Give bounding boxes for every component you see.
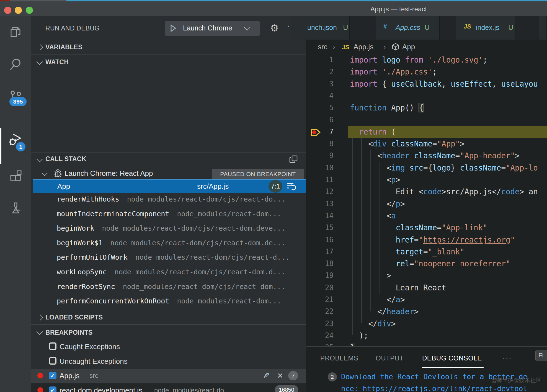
editor-tab-App.css[interactable]: #App.cssU xyxy=(376,16,440,40)
edit-breakpoint-icon[interactable]: ✎ xyxy=(263,371,270,380)
tab-output[interactable]: OUTPUT xyxy=(376,354,404,362)
section-loaded-scripts[interactable]: LOADED SCRIPTS xyxy=(31,310,306,324)
code-line-13[interactable]: 13 </p> xyxy=(306,198,547,210)
breakpoint-checkbox[interactable]: ✓ xyxy=(49,372,56,379)
stack-frame-row[interactable]: performConcurrentWorkOnRootnode_modules/… xyxy=(57,297,306,311)
section-watch[interactable]: WATCH xyxy=(31,55,306,69)
caught-exceptions-row[interactable]: Caught Exceptions xyxy=(31,340,306,355)
line-number[interactable]: 5 xyxy=(306,102,334,114)
code-line-19[interactable]: 19 > xyxy=(306,270,547,282)
close-traffic-light[interactable] xyxy=(4,7,11,14)
code-editor[interactable]: 1import logo from './logo.svg';2import '… xyxy=(306,54,547,346)
explorer-icon[interactable] xyxy=(9,25,23,39)
code-line-23[interactable]: 23 </div> xyxy=(306,318,547,330)
line-number[interactable]: 23 xyxy=(306,318,334,330)
line-number[interactable]: 22 xyxy=(306,306,334,318)
stack-frame-row[interactable]: renderRootSyncnode_modules/react-dom/cjs… xyxy=(57,283,306,297)
restart-frame-icon[interactable] xyxy=(286,182,297,191)
code-line-20[interactable]: 20 Learn React xyxy=(306,282,547,294)
code-line-2[interactable]: 2import './App.css'; xyxy=(306,66,547,78)
zoom-traffic-light[interactable] xyxy=(26,7,33,14)
stack-frame-row[interactable]: mountIndeterminateComponentnode_modules/… xyxy=(57,210,306,224)
line-number[interactable]: 11 xyxy=(306,174,334,186)
stack-frame-selected[interactable]: App src/App.js 7:1 xyxy=(33,179,306,193)
code-line-6[interactable]: 6 xyxy=(306,114,547,126)
gear-icon[interactable]: ⚙ xyxy=(270,22,278,33)
uncaught-exceptions-checkbox[interactable] xyxy=(49,357,56,365)
line-number[interactable]: 18 xyxy=(306,258,334,270)
line-number[interactable]: 2 xyxy=(306,66,334,78)
uncaught-exceptions-row[interactable]: Uncaught Exceptions xyxy=(31,355,306,369)
chevron-down-icon[interactable] xyxy=(244,24,251,31)
panel-more-actions-icon[interactable]: ··· xyxy=(502,353,512,362)
code-line-24[interactable]: 24 ); xyxy=(306,330,547,342)
tab-problems[interactable]: PROBLEMS xyxy=(320,354,358,362)
code-line-22[interactable]: 22 </header> xyxy=(306,306,547,318)
minimize-traffic-light[interactable] xyxy=(15,7,22,14)
breadcrumb-folder[interactable]: src xyxy=(318,43,327,51)
line-number[interactable]: 9 xyxy=(306,150,334,162)
line-number[interactable]: 13 xyxy=(306,198,334,210)
code-line-4[interactable]: 4 xyxy=(306,90,547,102)
code-line-25[interactable]: 25} xyxy=(306,342,547,346)
code-line-9[interactable]: 9 <header className="App-header"> xyxy=(306,150,547,162)
line-number[interactable]: 15 xyxy=(306,222,334,234)
code-line-14[interactable]: 14 <a xyxy=(306,210,547,222)
breadcrumb-file[interactable]: App.js xyxy=(354,43,373,51)
line-number[interactable]: 10 xyxy=(306,162,334,174)
line-number[interactable]: 6 xyxy=(306,114,334,126)
stack-frame-row[interactable]: beginWorknode_modules/react-dom/cjs/reac… xyxy=(57,224,306,239)
editor-tab-unch.json[interactable]: unch.jsonU xyxy=(291,16,350,40)
stack-frame-row[interactable]: beginWork$1node_modules/react-dom/cjs/re… xyxy=(57,239,306,253)
stack-frame-row[interactable]: performUnitOfWorknode_modules/react-dom/… xyxy=(57,253,306,268)
breakpoint-row[interactable]: ✓react-dom development.jsnode_modules/re… xyxy=(31,383,306,392)
editor-tab-index.js[interactable]: JSindex.jsU xyxy=(456,16,515,40)
line-number[interactable]: 16 xyxy=(306,234,334,246)
line-number[interactable]: 19 xyxy=(306,270,334,282)
code-line-16[interactable]: 16 href="https://reactjs.org" xyxy=(306,234,547,246)
console-filter-input[interactable]: Fi xyxy=(535,350,547,361)
search-icon[interactable] xyxy=(9,57,23,71)
code-line-11[interactable]: 11 <p> xyxy=(306,174,547,186)
session-name: Launch Chrome: React App xyxy=(64,169,153,178)
code-line-1[interactable]: 1import logo from './logo.svg'; xyxy=(306,54,547,66)
testing-beaker-icon[interactable] xyxy=(9,201,23,215)
stack-frame-row[interactable]: renderWithHooksnode_modules/react-dom/cj… xyxy=(57,195,306,210)
code-line-8[interactable]: 8 <div className="App"> xyxy=(306,138,547,150)
code-line-17[interactable]: 17 target="_blank" xyxy=(306,246,547,258)
section-call-stack[interactable]: CALL STACK xyxy=(31,153,306,166)
code-line-21[interactable]: 21 </a> xyxy=(306,294,547,306)
line-number[interactable]: 8 xyxy=(306,138,334,150)
launch-config-button[interactable]: Launch Chrome xyxy=(165,21,260,36)
line-number[interactable]: 4 xyxy=(306,90,334,102)
code-line-5[interactable]: 5function App() { xyxy=(306,102,547,114)
line-number[interactable]: 24 xyxy=(306,330,334,342)
caught-exceptions-checkbox[interactable] xyxy=(49,342,56,350)
line-number[interactable]: 1 xyxy=(306,54,334,66)
code-line-18[interactable]: 18 rel="noopener noreferrer" xyxy=(306,258,547,270)
breakpoint-checkbox[interactable]: ✓ xyxy=(49,386,56,392)
line-number[interactable]: 21 xyxy=(306,294,334,306)
line-number[interactable]: 25 xyxy=(306,342,334,346)
line-number[interactable]: 12 xyxy=(306,186,334,198)
breakpoint-row[interactable]: ✓App.jssrc✎✕7 xyxy=(31,369,306,383)
tab-debug-console[interactable]: DEBUG CONSOLE xyxy=(422,354,482,362)
line-number[interactable]: 20 xyxy=(306,282,334,294)
remove-breakpoint-icon[interactable]: ✕ xyxy=(277,372,283,380)
line-number[interactable]: 3 xyxy=(306,78,334,90)
code-line-3[interactable]: 3import { useCallback, useEffect, useLay… xyxy=(306,78,547,90)
stack-frame-row[interactable]: workLoopSyncnode_modules/react-dom/cjs/r… xyxy=(57,268,306,282)
breadcrumb-symbol[interactable]: App xyxy=(402,43,415,51)
code-line-15[interactable]: 15 className="App-link" xyxy=(306,222,547,234)
code-line-10[interactable]: 10 <img src={logo} className="App-lo xyxy=(306,162,547,174)
code-line-12[interactable]: 12 Edit <code>src/App.js</code> an xyxy=(306,186,547,198)
section-breakpoints[interactable]: BREAKPOINTS xyxy=(31,325,306,339)
line-number[interactable]: 14 xyxy=(306,210,334,222)
editor-tab-clipped[interactable]: JS xyxy=(539,16,547,40)
line-number[interactable]: 17 xyxy=(306,246,334,258)
code-line-7[interactable]: 7 return ( xyxy=(306,126,547,138)
extensions-icon[interactable] xyxy=(9,169,23,183)
section-variables[interactable]: VARIABLES xyxy=(31,40,306,54)
paused-breakpoint-icon[interactable] xyxy=(310,127,321,137)
open-view-icon[interactable] xyxy=(289,154,299,164)
